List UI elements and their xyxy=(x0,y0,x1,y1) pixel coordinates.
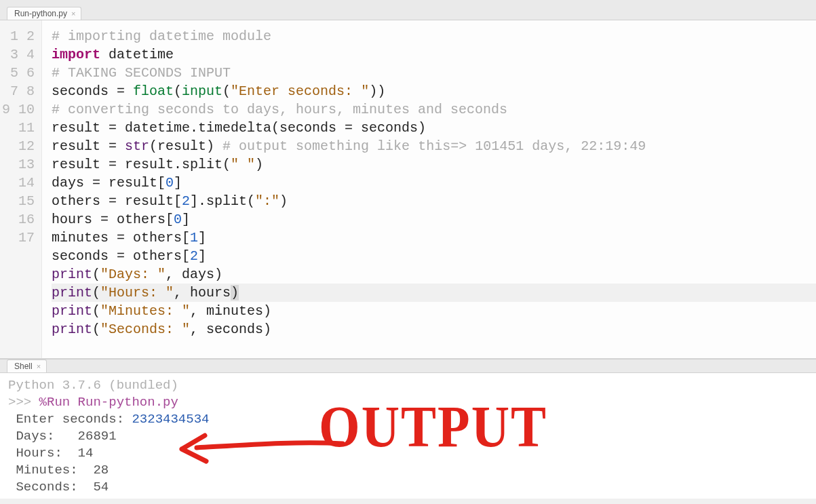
line-gutter: 1 2 3 4 5 6 7 8 9 10 11 12 13 14 15 16 1… xyxy=(0,20,42,358)
code-line: others = result[2].split(":") xyxy=(52,192,816,210)
close-icon[interactable]: × xyxy=(37,362,41,370)
shell-output-hours: Hours: 14 xyxy=(8,446,93,461)
code-line: result = datetime.timedelta(seconds = se… xyxy=(52,119,816,137)
code-line: result = str(result) # output something … xyxy=(52,137,816,155)
shell-tab-strip: Shell × xyxy=(0,359,816,373)
editor-tab-strip: Run-python.py × xyxy=(0,7,816,20)
editor-tab[interactable]: Run-python.py × xyxy=(7,7,81,20)
code-line: hours = others[0] xyxy=(52,210,816,229)
shell-tab[interactable]: Shell × xyxy=(7,360,47,372)
code-line: minutes = others[1] xyxy=(52,229,816,247)
code-body[interactable]: # importing datetime moduleimport dateti… xyxy=(42,20,816,358)
code-line: # TAKING SECONDS INPUT xyxy=(52,64,816,82)
window-top-bar xyxy=(0,0,816,7)
code-line: days = result[0] xyxy=(52,174,816,192)
shell-tab-label: Shell xyxy=(14,362,33,371)
code-line: print("Minutes: ", minutes) xyxy=(52,302,816,320)
code-line: # importing datetime module xyxy=(52,27,816,45)
shell-output-days: Days: 26891 xyxy=(8,429,117,444)
editor-tab-label: Run-python.py xyxy=(14,9,67,18)
shell-output-enter-label: Enter seconds: xyxy=(8,412,132,427)
code-editor[interactable]: 1 2 3 4 5 6 7 8 9 10 11 12 13 14 15 16 1… xyxy=(0,20,816,359)
code-line: seconds = float(input("Enter seconds: ")… xyxy=(52,82,816,100)
code-line: # converting seconds to days, hours, min… xyxy=(52,100,816,119)
shell-prompt: >>> xyxy=(8,395,39,410)
shell-command: %Run Run-python.py xyxy=(39,395,178,410)
code-line: seconds = others[2] xyxy=(52,247,816,265)
code-line: import datetime xyxy=(52,45,816,64)
code-line-active: print("Hours: ", hours) xyxy=(52,284,816,302)
code-line: print("Seconds: ", seconds) xyxy=(52,320,816,338)
shell-output-minutes: Minutes: 28 xyxy=(8,463,109,478)
shell-output-enter-value: 2323434534 xyxy=(132,412,209,427)
code-line: result = result.split(" ") xyxy=(52,155,816,174)
close-icon[interactable]: × xyxy=(71,9,75,18)
shell-version: Python 3.7.6 (bundled) xyxy=(8,378,178,393)
shell-output-seconds: Seconds: 54 xyxy=(8,480,109,495)
code-line: print("Days: ", days) xyxy=(52,265,816,284)
shell-panel[interactable]: Python 3.7.6 (bundled) >>> %Run Run-pyth… xyxy=(0,373,816,499)
